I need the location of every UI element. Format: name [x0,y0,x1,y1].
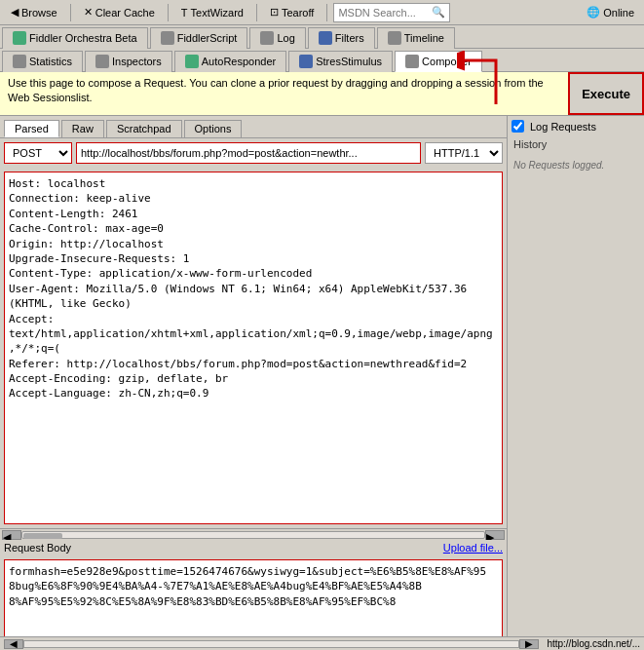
clear-cache-button[interactable]: ✕ Clear Cache [77,3,162,21]
sub-tab-scratchpad-label: Scratchpad [117,123,171,134]
headers-hscroll[interactable]: ◀ ▶ [0,528,507,540]
statistics-icon [13,55,26,68]
left-panel: Parsed Raw Scratchpad Options POST GET P… [0,116,508,650]
tab-fiddler-script[interactable]: FiddlerScript [150,27,248,49]
tab-label: Fiddler Orchestra Beta [29,32,137,44]
body-textarea[interactable]: formhash=e5e928e9&posttime=1526474676&wy… [4,559,503,647]
info-execute-bar: Use this page to compose a Request. You … [0,72,644,116]
status-url: http://blog.csdn.net/... [547,638,640,649]
tab-autoresponder[interactable]: AutoResponder [174,51,286,72]
log-icon [260,31,274,45]
online-label: Online [603,7,634,19]
tab-bar-1: Fiddler Orchestra Beta FiddlerScript Log… [0,25,644,49]
status-scroll-left[interactable]: ◀ [4,639,23,649]
msdn-search-input[interactable] [338,7,432,19]
separator-4 [326,4,327,21]
log-requests-row: Log Requests [511,120,640,133]
tab-fiddler-orchestra[interactable]: Fiddler Orchestra Beta [2,27,148,49]
clear-cache-icon: ✕ [84,6,93,19]
browse-label: Browse [21,7,57,19]
log-requests-label: Log Requests [530,121,596,133]
request-body-label: Request Body [4,542,71,554]
tab-label: StresStimulus [316,56,382,67]
tab-timeline[interactable]: Timeline [377,27,455,49]
text-wizard-button[interactable]: T TextWizard [174,4,250,21]
hscroll-right-btn[interactable]: ▶ [485,530,505,540]
clear-cache-label: Clear Cache [95,7,155,19]
request-body-row: Request Body Upload file... [0,540,507,555]
online-indicator: 🌐 Online [581,4,640,20]
tab-label: Inspectors [112,56,162,67]
request-row: POST GET PUT DELETE HTTP/1.1 HTTP/2 [0,138,507,168]
globe-icon: 🌐 [587,6,600,19]
top-toolbar: ◀ Browse ✕ Clear Cache T TextWizard ⊡ Te… [0,0,644,25]
sub-tab-options-label: Options [195,123,232,134]
sub-tab-raw[interactable]: Raw [61,120,104,137]
sub-tabs: Parsed Raw Scratchpad Options [0,116,507,138]
autoresponder-icon [185,55,199,68]
separator-2 [168,4,169,21]
tearoff-button[interactable]: ⊡ Tearoff [263,3,321,21]
composer-icon [405,55,419,68]
tab-log[interactable]: Log [249,27,305,49]
tab-label: AutoResponder [202,56,276,67]
text-wizard-label: TextWizard [191,7,244,19]
fs-icon [161,31,174,45]
online-status: 🌐 Online [581,4,640,20]
tab-statistics[interactable]: Statistics [2,51,83,72]
hscroll-left-btn[interactable]: ◀ [2,530,21,540]
status-bar: ◀ ▶ http://blog.csdn.net/... [0,636,644,650]
tab-filters[interactable]: Filters [308,27,375,49]
hscrollbar-thumb[interactable] [23,533,62,539]
tab-label: Log [277,32,294,44]
history-title: History [511,136,640,152]
tearoff-label: Tearoff [282,7,314,19]
fo-icon [13,31,26,45]
separator-3 [256,4,257,21]
tab-label: FiddlerScript [177,32,238,44]
main-content: Parsed Raw Scratchpad Options POST GET P… [0,116,644,650]
back-icon: ◀ [11,6,19,19]
sub-tab-parsed[interactable]: Parsed [4,120,59,137]
headers-textarea[interactable]: Host: localhost Connection: keep-alive C… [4,172,503,524]
sub-tab-parsed-label: Parsed [15,123,49,134]
sub-tab-options[interactable]: Options [184,120,243,137]
right-panel: Log Requests History No Requests logged. [508,116,644,650]
method-select[interactable]: POST GET PUT DELETE [4,142,72,164]
stres-icon [299,55,313,68]
status-scrollbar[interactable] [23,640,519,648]
tab-stres-stimulus[interactable]: StresStimulus [288,51,393,72]
execute-label: Execute [582,87,630,101]
sub-tab-raw-label: Raw [72,123,94,134]
sub-tab-scratchpad[interactable]: Scratchpad [106,120,182,137]
filters-icon [319,31,332,45]
upload-file-link[interactable]: Upload file... [443,542,503,554]
tab-inspectors[interactable]: Inspectors [85,51,172,72]
text-wizard-icon: T [181,7,188,19]
tab-bar-2: Statistics Inspectors AutoResponder Stre… [0,49,644,72]
hscrollbar-track[interactable] [21,531,485,539]
timeline-icon [388,31,401,45]
protocol-select[interactable]: HTTP/1.1 HTTP/2 [425,142,503,164]
inspectors-icon [95,55,109,68]
tearoff-icon: ⊡ [270,6,279,19]
log-requests-checkbox[interactable] [511,120,524,133]
search-icon: 🔍 [432,6,445,19]
separator-1 [70,4,71,21]
execute-button[interactable]: Execute [568,72,644,115]
status-scroll-right[interactable]: ▶ [519,639,539,649]
no-requests-text: No Requests logged. [511,152,640,178]
url-input[interactable] [76,142,421,164]
browse-button[interactable]: ◀ Browse [4,3,64,21]
red-arrow-indicator [457,51,506,111]
tab-label: Filters [335,32,364,44]
msdn-search-box[interactable]: 🔍 [333,3,450,22]
tab-label: Statistics [29,56,72,67]
tab-label: Timeline [404,32,444,44]
